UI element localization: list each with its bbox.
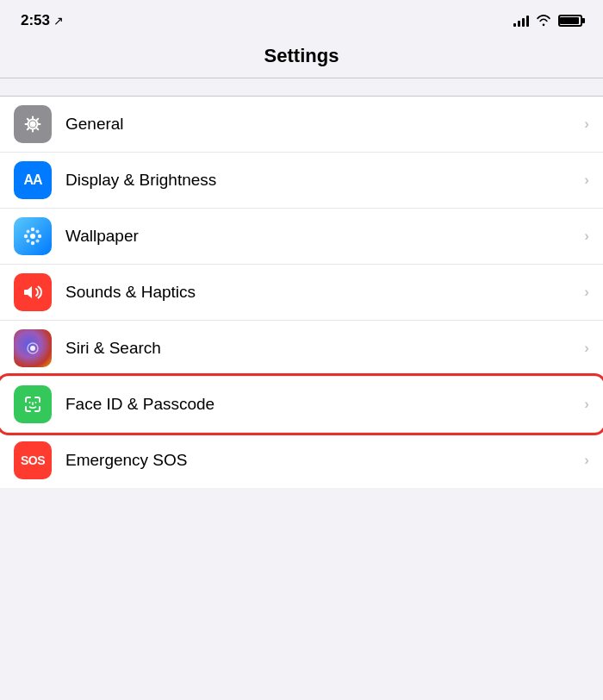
svg-point-8 (36, 230, 40, 234)
status-icons (513, 15, 582, 27)
wifi-icon (536, 15, 551, 27)
page-title: Settings (0, 45, 603, 67)
siri-label: Siri & Search (65, 339, 577, 358)
svg-point-4 (31, 241, 34, 245)
sos-chevron: › (584, 452, 589, 469)
svg-point-10 (36, 240, 40, 243)
sounds-icon (14, 273, 52, 311)
svg-point-5 (24, 234, 28, 238)
general-label: General (65, 115, 577, 134)
time-display: 2:53 (21, 12, 50, 29)
svg-point-3 (31, 228, 34, 231)
status-bar: 2:53 ↗ (0, 0, 603, 38)
svg-point-12 (30, 346, 35, 351)
battery-icon (558, 15, 582, 27)
settings-item-display[interactable]: AA Display & Brightness › (0, 153, 603, 209)
settings-item-faceid[interactable]: Face ID & Passcode › (0, 377, 603, 433)
display-icon: AA (14, 161, 52, 199)
wallpaper-icon (14, 217, 52, 255)
settings-item-general[interactable]: General › (0, 97, 603, 153)
page-title-bar: Settings (0, 38, 603, 78)
wallpaper-label: Wallpaper (65, 227, 577, 246)
svg-point-13 (29, 402, 31, 403)
settings-list: General › AA Display & Brightness › Wall… (0, 96, 603, 488)
sounds-chevron: › (584, 284, 589, 301)
svg-point-9 (27, 240, 30, 243)
wallpaper-chevron: › (584, 228, 589, 245)
svg-point-7 (27, 230, 30, 234)
status-time: 2:53 ↗ (21, 12, 64, 29)
settings-item-siri[interactable]: Siri & Search › (0, 321, 603, 377)
sos-icon: SOS (14, 441, 52, 479)
faceid-chevron: › (584, 396, 589, 413)
settings-item-wallpaper[interactable]: Wallpaper › (0, 209, 603, 265)
siri-chevron: › (584, 340, 589, 357)
svg-point-2 (30, 234, 35, 239)
svg-point-6 (38, 234, 41, 238)
svg-point-0 (30, 122, 36, 128)
settings-item-sos[interactable]: SOS Emergency SOS › (0, 433, 603, 488)
faceid-icon (14, 385, 52, 423)
display-chevron: › (584, 172, 589, 189)
sos-label: Emergency SOS (65, 451, 577, 470)
faceid-label: Face ID & Passcode (65, 395, 577, 414)
siri-icon (14, 329, 52, 367)
signal-icon (513, 15, 529, 27)
general-icon (14, 105, 52, 143)
svg-point-14 (35, 402, 37, 403)
sounds-label: Sounds & Haptics (65, 283, 577, 302)
settings-item-sounds[interactable]: Sounds & Haptics › (0, 265, 603, 321)
display-label: Display & Brightness (65, 171, 577, 190)
general-chevron: › (584, 116, 589, 133)
location-arrow-icon: ↗ (53, 14, 64, 28)
